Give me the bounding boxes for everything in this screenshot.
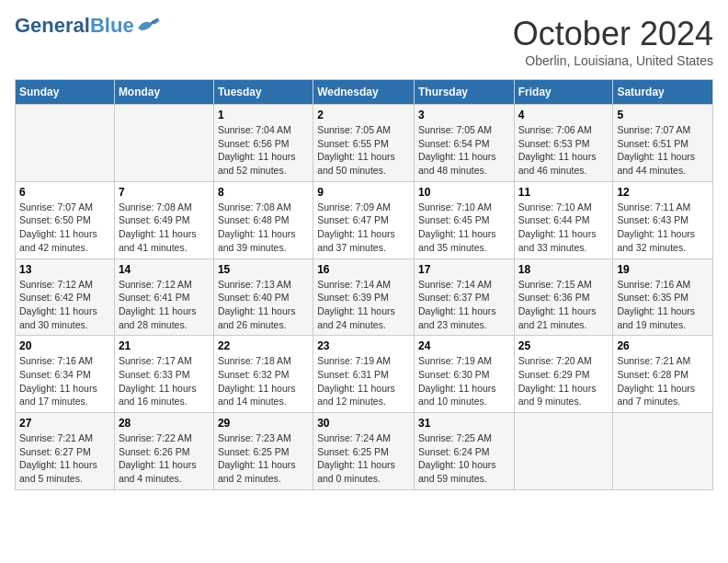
day-cell	[114, 105, 213, 182]
day-cell: 21Sunrise: 7:17 AMSunset: 6:33 PMDayligh…	[114, 336, 213, 413]
logo: GeneralBlue	[15, 15, 162, 37]
day-cell: 15Sunrise: 7:13 AMSunset: 6:40 PMDayligh…	[213, 259, 313, 336]
day-info: Sunrise: 7:15 AMSunset: 6:36 PMDaylight:…	[518, 278, 609, 332]
day-number: 11	[518, 186, 609, 199]
header-row: SundayMondayTuesdayWednesdayThursdayFrid…	[16, 80, 713, 105]
day-cell: 9Sunrise: 7:09 AMSunset: 6:47 PMDaylight…	[313, 181, 415, 259]
day-info: Sunrise: 7:14 AMSunset: 6:39 PMDaylight:…	[317, 278, 410, 332]
day-cell: 2Sunrise: 7:05 AMSunset: 6:55 PMDaylight…	[313, 105, 415, 182]
logo-bird-icon	[136, 16, 162, 36]
day-number: 4	[518, 109, 609, 121]
day-number: 26	[617, 339, 709, 352]
day-info: Sunrise: 7:16 AMSunset: 6:35 PMDaylight:…	[617, 278, 709, 332]
day-cell	[514, 413, 613, 490]
day-cell: 17Sunrise: 7:14 AMSunset: 6:37 PMDayligh…	[414, 259, 514, 336]
header-wednesday: Wednesday	[313, 80, 415, 105]
day-info: Sunrise: 7:04 AMSunset: 6:56 PMDaylight:…	[218, 123, 309, 178]
logo-text: GeneralBlue	[15, 15, 134, 37]
day-cell: 5Sunrise: 7:07 AMSunset: 6:51 PMDaylight…	[613, 105, 713, 182]
day-cell: 11Sunrise: 7:10 AMSunset: 6:44 PMDayligh…	[514, 181, 613, 259]
day-cell: 23Sunrise: 7:19 AMSunset: 6:31 PMDayligh…	[313, 336, 415, 413]
day-info: Sunrise: 7:21 AMSunset: 6:27 PMDaylight:…	[19, 431, 110, 486]
day-number: 30	[317, 417, 410, 430]
day-info: Sunrise: 7:05 AMSunset: 6:54 PMDaylight:…	[418, 123, 510, 178]
week-row-3: 13Sunrise: 7:12 AMSunset: 6:42 PMDayligh…	[16, 259, 713, 336]
day-number: 15	[218, 263, 309, 276]
day-cell: 19Sunrise: 7:16 AMSunset: 6:35 PMDayligh…	[613, 259, 713, 336]
day-cell: 10Sunrise: 7:10 AMSunset: 6:45 PMDayligh…	[414, 181, 514, 259]
day-number: 24	[418, 339, 510, 352]
day-info: Sunrise: 7:25 AMSunset: 6:24 PMDaylight:…	[418, 431, 510, 486]
month-title: October 2024	[513, 15, 713, 53]
day-info: Sunrise: 7:06 AMSunset: 6:53 PMDaylight:…	[518, 123, 609, 178]
day-info: Sunrise: 7:23 AMSunset: 6:25 PMDaylight:…	[218, 431, 309, 486]
calendar-table: SundayMondayTuesdayWednesdayThursdayFrid…	[15, 79, 713, 490]
day-cell: 28Sunrise: 7:22 AMSunset: 6:26 PMDayligh…	[114, 413, 213, 490]
day-info: Sunrise: 7:09 AMSunset: 6:47 PMDaylight:…	[317, 201, 410, 255]
calendar-body: 1Sunrise: 7:04 AMSunset: 6:56 PMDaylight…	[16, 105, 713, 490]
day-info: Sunrise: 7:14 AMSunset: 6:37 PMDaylight:…	[418, 278, 510, 332]
day-number: 5	[617, 109, 709, 121]
day-number: 17	[418, 263, 510, 276]
day-number: 28	[119, 417, 210, 430]
day-number: 13	[19, 263, 110, 276]
day-info: Sunrise: 7:13 AMSunset: 6:40 PMDaylight:…	[218, 278, 309, 332]
day-number: 31	[418, 417, 510, 430]
day-info: Sunrise: 7:17 AMSunset: 6:33 PMDaylight:…	[119, 354, 210, 408]
day-cell: 3Sunrise: 7:05 AMSunset: 6:54 PMDaylight…	[414, 105, 514, 182]
day-cell: 27Sunrise: 7:21 AMSunset: 6:27 PMDayligh…	[16, 413, 115, 490]
day-number: 18	[518, 263, 609, 276]
day-cell: 22Sunrise: 7:18 AMSunset: 6:32 PMDayligh…	[213, 336, 313, 413]
day-cell: 24Sunrise: 7:19 AMSunset: 6:30 PMDayligh…	[414, 336, 514, 413]
week-row-2: 6Sunrise: 7:07 AMSunset: 6:50 PMDaylight…	[16, 181, 713, 259]
day-number: 25	[518, 339, 609, 352]
header-sunday: Sunday	[16, 80, 115, 105]
day-info: Sunrise: 7:11 AMSunset: 6:43 PMDaylight:…	[617, 201, 709, 255]
header-tuesday: Tuesday	[213, 80, 313, 105]
day-cell: 26Sunrise: 7:21 AMSunset: 6:28 PMDayligh…	[613, 336, 713, 413]
day-info: Sunrise: 7:21 AMSunset: 6:28 PMDaylight:…	[617, 354, 709, 408]
day-cell	[16, 105, 115, 182]
day-info: Sunrise: 7:10 AMSunset: 6:44 PMDaylight:…	[518, 201, 609, 255]
week-row-4: 20Sunrise: 7:16 AMSunset: 6:34 PMDayligh…	[16, 336, 713, 413]
day-info: Sunrise: 7:10 AMSunset: 6:45 PMDaylight:…	[418, 201, 510, 255]
day-cell: 20Sunrise: 7:16 AMSunset: 6:34 PMDayligh…	[16, 336, 115, 413]
header: GeneralBlue October 2024 Oberlin, Louisi…	[15, 15, 713, 68]
day-cell: 6Sunrise: 7:07 AMSunset: 6:50 PMDaylight…	[16, 181, 115, 259]
day-number: 20	[19, 339, 110, 352]
day-number: 22	[218, 339, 309, 352]
day-cell: 31Sunrise: 7:25 AMSunset: 6:24 PMDayligh…	[414, 413, 514, 490]
header-thursday: Thursday	[414, 80, 514, 105]
day-number: 7	[119, 186, 210, 199]
day-info: Sunrise: 7:20 AMSunset: 6:29 PMDaylight:…	[518, 354, 609, 408]
day-info: Sunrise: 7:08 AMSunset: 6:48 PMDaylight:…	[218, 201, 309, 255]
day-info: Sunrise: 7:19 AMSunset: 6:30 PMDaylight:…	[418, 354, 510, 408]
day-cell: 1Sunrise: 7:04 AMSunset: 6:56 PMDaylight…	[213, 105, 313, 182]
day-number: 12	[617, 186, 709, 199]
day-info: Sunrise: 7:16 AMSunset: 6:34 PMDaylight:…	[19, 354, 110, 408]
week-row-5: 27Sunrise: 7:21 AMSunset: 6:27 PMDayligh…	[16, 413, 713, 490]
day-cell: 29Sunrise: 7:23 AMSunset: 6:25 PMDayligh…	[213, 413, 313, 490]
day-info: Sunrise: 7:12 AMSunset: 6:41 PMDaylight:…	[119, 278, 210, 332]
day-number: 6	[19, 186, 110, 199]
day-number: 16	[317, 263, 410, 276]
day-cell: 30Sunrise: 7:24 AMSunset: 6:25 PMDayligh…	[313, 413, 415, 490]
day-number: 2	[317, 109, 410, 121]
header-saturday: Saturday	[613, 80, 713, 105]
header-monday: Monday	[114, 80, 213, 105]
day-info: Sunrise: 7:24 AMSunset: 6:25 PMDaylight:…	[317, 431, 410, 486]
day-number: 8	[218, 186, 309, 199]
day-cell: 14Sunrise: 7:12 AMSunset: 6:41 PMDayligh…	[114, 259, 213, 336]
header-friday: Friday	[514, 80, 613, 105]
day-number: 19	[617, 263, 709, 276]
day-number: 3	[418, 109, 510, 121]
week-row-1: 1Sunrise: 7:04 AMSunset: 6:56 PMDaylight…	[16, 105, 713, 182]
day-number: 9	[317, 186, 410, 199]
day-info: Sunrise: 7:08 AMSunset: 6:49 PMDaylight:…	[119, 201, 210, 255]
day-info: Sunrise: 7:22 AMSunset: 6:26 PMDaylight:…	[119, 431, 210, 486]
day-number: 10	[418, 186, 510, 199]
day-info: Sunrise: 7:12 AMSunset: 6:42 PMDaylight:…	[19, 278, 110, 332]
day-cell: 16Sunrise: 7:14 AMSunset: 6:39 PMDayligh…	[313, 259, 415, 336]
day-cell: 7Sunrise: 7:08 AMSunset: 6:49 PMDaylight…	[114, 181, 213, 259]
day-cell: 12Sunrise: 7:11 AMSunset: 6:43 PMDayligh…	[613, 181, 713, 259]
